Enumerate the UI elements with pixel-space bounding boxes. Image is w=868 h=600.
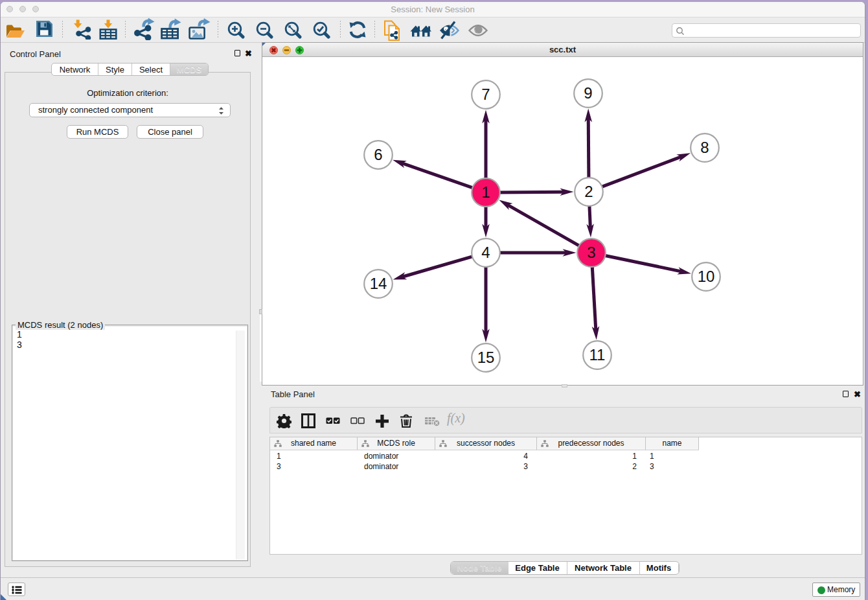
svg-text:9: 9 — [584, 84, 592, 102]
svg-text:2: 2 — [584, 183, 593, 200]
svg-text:8: 8 — [700, 139, 709, 156]
svg-text:4: 4 — [481, 244, 490, 261]
svg-text:7: 7 — [481, 86, 490, 103]
svg-text:10: 10 — [698, 268, 715, 285]
svg-text:11: 11 — [589, 346, 606, 363]
svg-text:6: 6 — [374, 146, 382, 163]
svg-text:14: 14 — [370, 275, 387, 292]
svg-text:1: 1 — [481, 183, 490, 201]
svg-text:3: 3 — [587, 244, 595, 261]
svg-text:15: 15 — [477, 349, 495, 366]
